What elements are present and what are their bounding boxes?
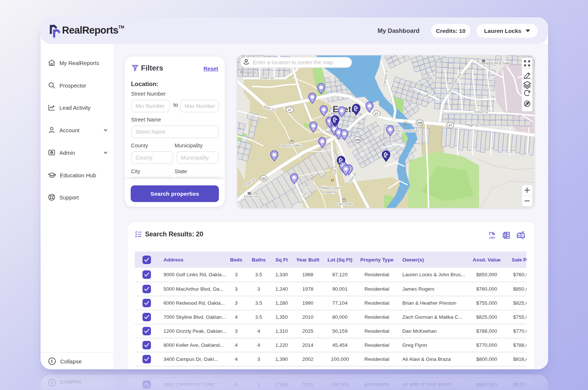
svg-text:te: te [522, 128, 525, 132]
svg-text:mapbox: mapbox [244, 71, 257, 74]
svg-text:27: 27 [288, 108, 292, 112]
svg-text:111: 111 [261, 177, 266, 180]
svg-text:Green St: Green St [260, 76, 274, 80]
svg-text:Phillips Exeter: Phillips Exeter [319, 186, 340, 190]
svg-text:CSV: CSV [489, 236, 495, 239]
svg-text:27: 27 [449, 124, 452, 127]
svg-text:108: 108 [355, 138, 360, 141]
svg-text:X: X [504, 234, 506, 237]
svg-text:Exeter Inn: Exeter Inn [244, 195, 258, 198]
svg-text:27: 27 [375, 112, 378, 115]
svg-text:Academy: Academy [323, 190, 337, 194]
svg-text:108: 108 [417, 121, 422, 124]
svg-text:Enter a location to center the: Enter a location to center the map [253, 59, 333, 65]
svg-text:Hampton Inn & Suites: Hampton Inn & Suites [481, 61, 511, 65]
svg-text:Lamont Gallery: Lamont Gallery [281, 144, 302, 147]
svg-text:High St: High St [467, 123, 479, 127]
svg-text:Auburn St: Auburn St [474, 110, 488, 114]
svg-text:▮▮: ▮▮ [331, 178, 334, 182]
svg-text:Gilman Gson House: Gilman Gson House [391, 129, 420, 133]
svg-text:Goel Center: Goel Center [336, 202, 353, 206]
